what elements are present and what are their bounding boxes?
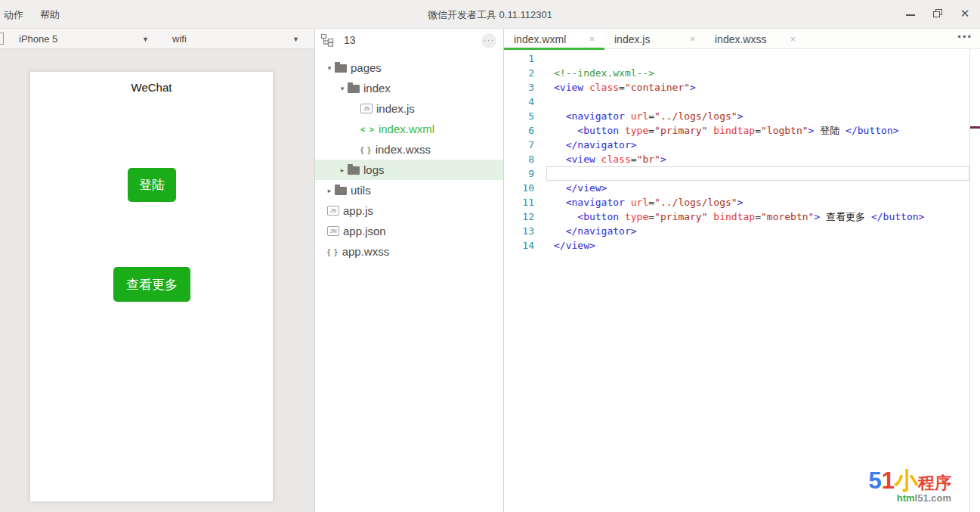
code-text: </view> (554, 238, 595, 253)
line-number: 9 (504, 166, 534, 181)
code-line[interactable]: 5 <navigator url="../logs/logs"> (504, 109, 980, 123)
line-number: 11 (504, 195, 534, 209)
line-number: 10 (504, 181, 534, 195)
js-file-icon: JS (327, 206, 339, 216)
tab-close-icon[interactable]: × (790, 34, 796, 45)
code-line[interactable]: 8 <view class="br"> (504, 152, 980, 166)
window-title: 微信开发者工具 0.11.112301 (0, 8, 980, 22)
js-file-icon: JS (360, 104, 373, 113)
code-text: </navigator> (554, 224, 637, 238)
tab-index.js[interactable]: index.js× (604, 29, 705, 49)
simulator-panel: iPhone 5 ▼ wifi ▼ WeChat 登陆 查看更多 (0, 29, 315, 512)
code-line[interactable]: 6 <button type="primary" bindtap="logbtn… (504, 123, 980, 138)
tab-close-icon[interactable]: × (589, 34, 595, 45)
code-text: <!--index.wxml--> (554, 66, 654, 80)
folder-icon (348, 166, 360, 175)
code-text: <button type="primary" bindtap="logbtn">… (554, 123, 899, 138)
page-title: WeChat (30, 81, 273, 94)
code-line[interactable]: 1 (504, 51, 980, 66)
line-number: 7 (504, 138, 534, 152)
code-text: <view class="br"> (554, 152, 666, 166)
tab-close-icon[interactable]: × (690, 34, 695, 45)
network-select[interactable]: wifi ▼ (172, 29, 299, 49)
line-number: 5 (504, 109, 534, 123)
code-line[interactable]: 10 </view> (504, 181, 980, 195)
tree-item-index[interactable]: ▾index (315, 78, 503, 98)
editor-tabbar: index.wxml×index.js×index.wxss× ••• (504, 29, 980, 49)
code-line[interactable]: 7 </navigator> (504, 138, 980, 152)
tree-item-logs[interactable]: ▸logs (315, 160, 503, 180)
file-tree-header: 13 ··· (315, 29, 503, 51)
wxss-file-icon: { } (327, 247, 339, 256)
file-tree: ▾pages▾indexJSindex.js< >index.wxml{ }in… (315, 57, 503, 262)
close-icon[interactable]: ✕ (959, 8, 971, 20)
code-line[interactable]: 11 <navigator url="../logs/logs"> (504, 195, 980, 209)
wxml-file-icon: < > (360, 125, 375, 134)
tab-index.wxss[interactable]: index.wxss× (705, 29, 805, 49)
watermark-logo: 51小程序 html51.com (869, 469, 952, 503)
code-text: </view> (554, 181, 607, 195)
line-number: 13 (504, 224, 534, 238)
tree-item-index.js[interactable]: JSindex.js (315, 98, 503, 119)
tree-item-pages[interactable]: ▾pages (315, 57, 503, 78)
login-button[interactable]: 登陆 (128, 168, 176, 202)
code-text: <button type="primary" bindtap="morebtn"… (554, 209, 924, 224)
tree-item-utils[interactable]: ▸utils (315, 180, 503, 200)
expand-arrow-icon[interactable]: ▸ (337, 166, 348, 174)
line-number: 4 (504, 95, 534, 109)
tree-more-button[interactable]: ··· (481, 33, 496, 48)
tree-item-index.wxss[interactable]: { }index.wxss (315, 139, 503, 160)
tree-item-label: app.json (343, 225, 386, 237)
tree-item-label: index.js (376, 102, 415, 115)
folder-icon (348, 85, 360, 93)
collapse-arrow-icon[interactable]: ▾ (324, 64, 335, 72)
collapse-arrow-icon[interactable]: ▾ (337, 85, 348, 92)
phone-preview: WeChat 登陆 查看更多 (30, 72, 273, 501)
tree-item-app.json[interactable]: JNapp.json (315, 221, 503, 241)
code-line[interactable]: 12 <button type="primary" bindtap="moreb… (504, 209, 980, 224)
code-line[interactable]: 14</view> (504, 238, 980, 253)
tree-item-app.wxss[interactable]: { }app.wxss (315, 241, 503, 262)
file-count-badge: 13 (344, 34, 356, 46)
tree-item-app.js[interactable]: JSapp.js (315, 200, 503, 221)
tree-structure-icon (320, 33, 334, 47)
code-line[interactable]: 9 (504, 166, 980, 181)
editor-panel: index.wxml×index.js×index.wxss× ••• 12<!… (504, 29, 980, 512)
line-number: 8 (504, 152, 534, 166)
expand-arrow-icon[interactable]: ▸ (324, 187, 335, 194)
code-line[interactable]: 2<!--index.wxml--> (504, 66, 980, 80)
code-text: <navigator url="../logs/logs"> (554, 109, 743, 123)
tab-index.wxml[interactable]: index.wxml× (504, 29, 604, 49)
code-text: <navigator url="../logs/logs"> (554, 195, 743, 209)
file-tree-panel: 13 ··· ▾pages▾indexJSindex.js< >index.wx… (315, 29, 504, 512)
code-line[interactable]: 3<view class="container"> (504, 80, 980, 95)
code-line[interactable]: 13 </navigator> (504, 224, 980, 238)
code-line[interactable]: 4 (504, 95, 980, 109)
folder-icon (335, 187, 347, 195)
overview-ruler-mark (970, 126, 980, 129)
line-number: 14 (504, 238, 534, 253)
line-number: 2 (504, 66, 534, 80)
editor-scrollbar[interactable] (969, 49, 980, 512)
tree-item-label: index.wxml (379, 123, 434, 135)
tab-label: index.js (614, 33, 650, 45)
json-file-icon: JN (327, 226, 339, 236)
see-more-button[interactable]: 查看更多 (113, 267, 190, 302)
tree-item-label: logs (363, 163, 385, 176)
tree-item-index.wxml[interactable]: < >index.wxml (315, 119, 503, 139)
line-number: 12 (504, 209, 534, 224)
code-text: </navigator> (554, 138, 637, 152)
window-controls: ✕ (904, 6, 971, 21)
device-select[interactable]: iPhone 5 ▼ (19, 29, 149, 49)
device-toolbar: iPhone 5 ▼ wifi ▼ (0, 29, 314, 49)
code-text: <view class="container"> (554, 80, 696, 95)
minimize-icon[interactable] (904, 8, 917, 20)
clipped-icon (0, 33, 4, 45)
line-number: 1 (504, 51, 534, 66)
title-bar: 动作 帮助 微信开发者工具 0.11.112301 ✕ (0, 0, 980, 29)
line-number: 6 (504, 123, 534, 138)
chevron-down-icon: ▼ (142, 36, 149, 43)
code-editor[interactable]: 12<!--index.wxml-->3<view class="contain… (504, 49, 980, 512)
tabs-overflow-button[interactable]: ••• (957, 31, 972, 42)
restore-icon[interactable] (932, 8, 944, 20)
